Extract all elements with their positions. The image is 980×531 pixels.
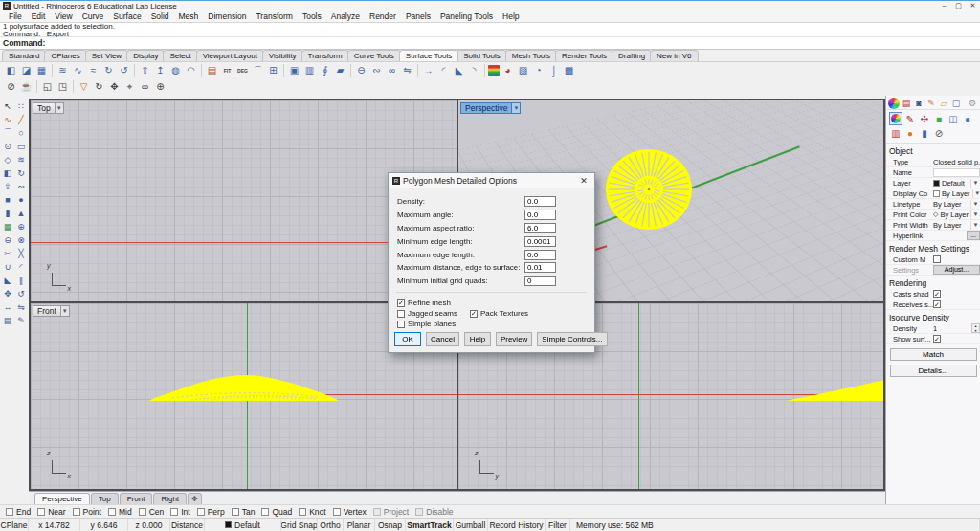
- drape-icon[interactable]: ◠: [184, 63, 198, 77]
- shrink-trimmed-surface-icon[interactable]: ▩: [562, 63, 576, 77]
- status-grid-snap[interactable]: Grid Snap: [281, 519, 318, 531]
- viewport-top-label[interactable]: Top ▼: [33, 102, 64, 114]
- cone-tool-icon[interactable]: ▲: [14, 207, 28, 219]
- split-tool-icon[interactable]: ╳: [14, 247, 28, 259]
- line-tool-icon[interactable]: ╱: [14, 113, 28, 125]
- toolbar-tab-visibility[interactable]: Visibility: [262, 50, 303, 61]
- environment-map-icon[interactable]: ◔: [531, 63, 546, 77]
- menu-help[interactable]: Help: [498, 11, 523, 21]
- sweep-tool-icon[interactable]: ∾: [14, 180, 28, 192]
- fillet-surfaces-icon[interactable]: ◜: [436, 63, 451, 77]
- loft-icon[interactable]: ≋: [56, 63, 70, 77]
- trim-tool-icon[interactable]: ✂: [1, 247, 14, 259]
- name-input[interactable]: [933, 168, 980, 177]
- array-tool-icon[interactable]: ▤: [1, 314, 14, 326]
- chevron-down-icon[interactable]: ▼: [970, 200, 980, 209]
- hyperlink-ellipsis-button[interactable]: ...: [967, 231, 980, 240]
- surface-from-planar-curves-icon[interactable]: ◪: [19, 63, 33, 77]
- menu-dimension[interactable]: Dimension: [203, 11, 251, 21]
- toolbar-tab-cplanes[interactable]: CPlanes: [44, 50, 86, 61]
- extrude-tool-icon[interactable]: ⇧: [1, 180, 14, 192]
- minimum-edge-length-input[interactable]: [524, 236, 556, 247]
- menu-tools[interactable]: Tools: [298, 11, 326, 21]
- surface-edit-points-icon[interactable]: ▣: [287, 63, 301, 77]
- surface-from-3-points-icon[interactable]: ◧: [4, 63, 18, 77]
- viewport-tab-right[interactable]: Right: [153, 493, 187, 504]
- link-icon[interactable]: ∞: [138, 79, 152, 94]
- status-cplane[interactable]: CPlane: [0, 519, 29, 531]
- toolbar-tab-display[interactable]: Display: [126, 50, 165, 61]
- revolve-icon[interactable]: ↻: [101, 63, 116, 77]
- menu-surface[interactable]: Surface: [108, 11, 145, 21]
- menu-edit[interactable]: Edit: [27, 11, 51, 21]
- show-surf-checkbox[interactable]: ✓: [933, 335, 941, 343]
- status-filter[interactable]: Filter: [546, 519, 570, 531]
- sweep-1-rail-icon[interactable]: ∿: [71, 63, 85, 77]
- toolbar-tab-solid-tools[interactable]: Solid Tools: [457, 50, 507, 61]
- chevron-down-icon[interactable]: ▼: [970, 179, 980, 188]
- osnap-cen[interactable]: Cen: [139, 507, 165, 517]
- menu-curve[interactable]: Curve: [78, 11, 109, 21]
- match-surface-icon[interactable]: ⌒: [251, 63, 265, 77]
- surface-tool-icon[interactable]: ≋: [14, 153, 28, 166]
- menu-render[interactable]: Render: [365, 11, 401, 21]
- properties-tab-icon[interactable]: [888, 98, 900, 109]
- maximum-aspect-ratio-input[interactable]: [524, 223, 556, 233]
- details-button[interactable]: Details...: [890, 365, 977, 377]
- viewport-display-mode-icon[interactable]: ◱: [40, 79, 55, 94]
- cancel-button[interactable]: Cancel: [426, 332, 459, 346]
- fit-surface-icon[interactable]: FIT: [220, 63, 234, 77]
- mesh-object-right[interactable]: [787, 368, 883, 407]
- status-smarttrack[interactable]: SmartTrack: [406, 519, 454, 531]
- material-page-icon[interactable]: ■: [932, 112, 946, 125]
- viewport-perspective-label[interactable]: Perspective ▼: [460, 102, 521, 114]
- status-ortho[interactable]: Ortho: [318, 519, 344, 531]
- point-tool-icon[interactable]: ∷: [14, 100, 28, 112]
- arc-tool-icon[interactable]: ⌒: [1, 126, 14, 139]
- edge-softening-page-icon[interactable]: ●: [903, 126, 917, 140]
- dimension-tool-icon[interactable]: ✎: [14, 314, 28, 326]
- scale-tool-icon[interactable]: ↔: [1, 300, 14, 313]
- object-snap-page-icon[interactable]: ⊘: [932, 126, 946, 140]
- variable-radius-fillet-icon[interactable]: ◝: [467, 63, 481, 77]
- toolbar-tab-transform[interactable]: Transform: [301, 50, 349, 61]
- network-surface-icon[interactable]: ▤: [205, 63, 219, 77]
- curvature-analysis-icon[interactable]: [488, 65, 500, 76]
- close-button[interactable]: ✕: [966, 1, 980, 11]
- viewport-front-label[interactable]: Front ▼: [33, 305, 70, 317]
- surface-from-point-grid-icon[interactable]: ▦: [34, 63, 49, 77]
- sphere-tool-icon[interactable]: ●: [14, 193, 28, 206]
- curve-tool-icon[interactable]: ∿: [1, 113, 14, 125]
- toolbar-tab-mesh-tools[interactable]: Mesh Tools: [505, 50, 557, 61]
- density-input[interactable]: [524, 196, 556, 207]
- render-preview-icon[interactable]: ☕: [19, 79, 33, 94]
- preview-button[interactable]: Preview: [496, 332, 532, 346]
- maximum-distance-edge-to-surface-input[interactable]: [524, 262, 556, 273]
- command-prompt[interactable]: Command:: [0, 37, 980, 50]
- display-tab-icon[interactable]: ◙: [913, 98, 924, 109]
- zoom-target-icon[interactable]: ⊕: [153, 79, 167, 94]
- dialog-title-bar[interactable]: R Polygon Mesh Detailed Options ✕: [389, 173, 594, 188]
- adjust-seam-icon[interactable]: ∮: [318, 63, 332, 77]
- merge-surfaces-icon[interactable]: ⊞: [266, 63, 280, 77]
- chevron-down-icon[interactable]: ▼: [972, 189, 980, 198]
- density-spinner[interactable]: ▴▾: [971, 323, 980, 333]
- menu-analyze[interactable]: Analyze: [326, 11, 365, 21]
- plane-tool-icon[interactable]: ◧: [1, 166, 14, 179]
- toolbar-tab-surface-tools[interactable]: Surface Tools: [399, 50, 458, 61]
- ok-button[interactable]: OK: [394, 332, 421, 346]
- boolean-union-tool-icon[interactable]: ⊕: [14, 220, 28, 232]
- minimum-initial-grid-quads-input[interactable]: [524, 276, 556, 286]
- disable-osnap-icon[interactable]: ⊘: [4, 79, 18, 94]
- zebra-analysis-icon[interactable]: ▨: [516, 63, 530, 77]
- symmetry-icon[interactable]: ⇋: [400, 63, 414, 77]
- mesh-tool-icon[interactable]: ▦: [1, 220, 14, 232]
- status-osnap[interactable]: Osnap: [375, 519, 406, 531]
- dialog-close-icon[interactable]: ✕: [577, 176, 590, 186]
- command-history[interactable]: 1 polysurface added to selection. Comman…: [0, 22, 980, 37]
- osnap-near[interactable]: Near: [37, 507, 65, 517]
- status-default[interactable]: Default: [205, 519, 281, 531]
- chevron-down-icon[interactable]: ▼: [970, 221, 980, 230]
- rotate-view-icon[interactable]: ↻: [92, 79, 106, 94]
- menu-solid[interactable]: Solid: [146, 11, 174, 21]
